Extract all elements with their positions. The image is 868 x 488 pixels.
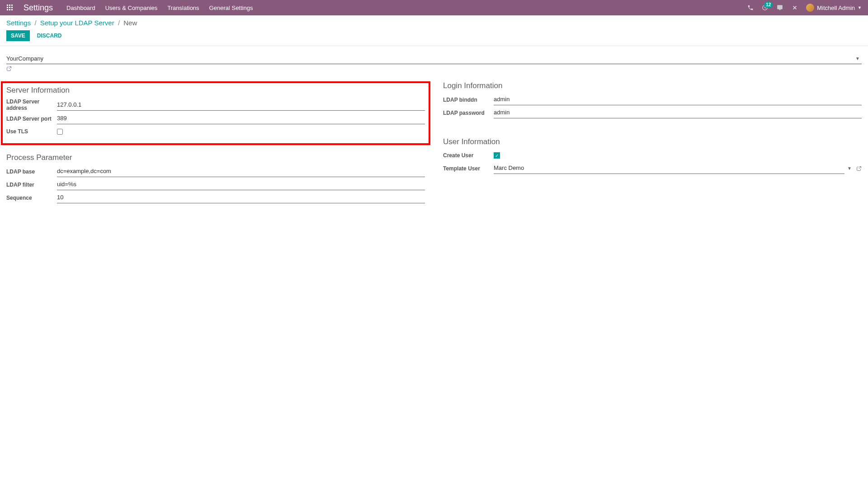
binddn-field[interactable]	[494, 94, 862, 105]
caret-down-icon[interactable]: ▼	[854, 56, 862, 61]
user-name: Mitchell Admin	[817, 5, 855, 11]
base-field[interactable]	[57, 166, 425, 177]
address-label: LDAP Server address	[6, 99, 57, 111]
menu-users[interactable]: Users & Companies	[105, 5, 158, 11]
form-groups-top: Server Information LDAP Server address L…	[6, 81, 862, 205]
main-menu: Dashboard Users & Companies Translations…	[66, 5, 253, 11]
left-column: Server Information LDAP Server address L…	[6, 81, 425, 205]
binddn-label: LDAP binddn	[443, 97, 494, 103]
address-input[interactable]	[57, 100, 425, 109]
right-column: Login Information LDAP binddn LDAP passw…	[443, 81, 862, 205]
password-field[interactable]	[494, 107, 862, 118]
form-sheet: ▼ Server Information LDAP Server address…	[0, 46, 868, 212]
port-field[interactable]	[57, 113, 425, 124]
avatar	[806, 4, 814, 12]
process-param-title: Process Parameter	[6, 153, 425, 162]
menu-general-settings[interactable]: General Settings	[209, 5, 253, 11]
create-user-checkbox[interactable]: ✓	[494, 152, 500, 159]
menu-translations[interactable]: Translations	[167, 5, 199, 11]
breadcrumb-current: New	[123, 19, 137, 27]
server-info-title: Server Information	[6, 86, 425, 95]
company-field[interactable]: ▼	[6, 53, 862, 64]
template-user-label: Template User	[443, 165, 494, 172]
chat-icon[interactable]	[776, 5, 783, 11]
button-row: SAVE DISCARD	[6, 30, 862, 41]
tls-checkbox[interactable]	[57, 129, 63, 135]
filter-input[interactable]	[57, 180, 425, 188]
discard-button[interactable]: DISCARD	[33, 30, 66, 41]
svg-rect-1	[9, 5, 10, 6]
save-button[interactable]: SAVE	[6, 30, 30, 41]
sequence-input[interactable]	[57, 193, 425, 202]
login-info-section: Login Information LDAP binddn LDAP passw…	[443, 81, 862, 118]
breadcrumb-settings[interactable]: Settings	[6, 19, 31, 27]
menu-dashboard[interactable]: Dashboard	[66, 5, 95, 11]
svg-rect-3	[7, 7, 8, 8]
login-info-title: Login Information	[443, 81, 862, 90]
apps-icon[interactable]	[6, 4, 14, 11]
binddn-input[interactable]	[494, 95, 862, 103]
external-link-icon[interactable]	[856, 166, 862, 171]
port-label: LDAP Server port	[6, 116, 57, 122]
user-menu[interactable]: Mitchell Admin ▼	[806, 4, 862, 12]
sequence-field[interactable]	[57, 192, 425, 203]
svg-rect-2	[11, 5, 13, 6]
caret-down-icon: ▼	[858, 5, 862, 10]
svg-rect-6	[7, 9, 8, 10]
close-icon[interactable]	[792, 5, 798, 11]
sequence-label: Sequence	[6, 195, 57, 201]
base-input[interactable]	[57, 167, 425, 175]
server-info-highlight: Server Information LDAP Server address L…	[1, 81, 430, 145]
external-link-icon[interactable]	[6, 66, 862, 71]
tls-label: Use TLS	[6, 128, 57, 135]
template-user-field[interactable]: ▼	[494, 163, 862, 174]
systray: 12 Mitchell Admin ▼	[747, 4, 862, 12]
svg-rect-8	[11, 9, 13, 10]
svg-rect-5	[11, 7, 13, 8]
password-input[interactable]	[494, 108, 862, 117]
create-user-label: Create User	[443, 152, 494, 159]
activity-icon[interactable]: 12	[762, 5, 768, 11]
process-param-section: Process Parameter LDAP base LDAP filter …	[6, 153, 425, 203]
svg-rect-4	[9, 7, 10, 8]
port-input[interactable]	[57, 114, 425, 122]
template-user-input[interactable]	[494, 164, 844, 172]
caret-down-icon[interactable]: ▼	[844, 166, 854, 171]
breadcrumb-ldap-list[interactable]: Setup your LDAP Server	[40, 19, 114, 27]
filter-label: LDAP filter	[6, 182, 57, 188]
activity-badge: 12	[764, 2, 773, 8]
base-label: LDAP base	[6, 169, 57, 175]
navbar: Settings Dashboard Users & Companies Tra…	[0, 0, 868, 15]
app-name[interactable]: Settings	[24, 3, 53, 13]
company-input[interactable]	[6, 53, 854, 64]
user-info-section: User Information Create User ✓ Template …	[443, 137, 862, 174]
filter-field[interactable]	[57, 179, 425, 190]
breadcrumb: Settings / Setup your LDAP Server / New	[6, 19, 862, 27]
password-label: LDAP password	[443, 110, 494, 116]
phone-icon[interactable]	[747, 5, 754, 11]
svg-rect-0	[7, 5, 8, 6]
address-field[interactable]	[57, 99, 425, 111]
user-info-title: User Information	[443, 137, 862, 146]
control-panel: Settings / Setup your LDAP Server / New …	[0, 15, 868, 46]
svg-rect-7	[9, 9, 10, 10]
